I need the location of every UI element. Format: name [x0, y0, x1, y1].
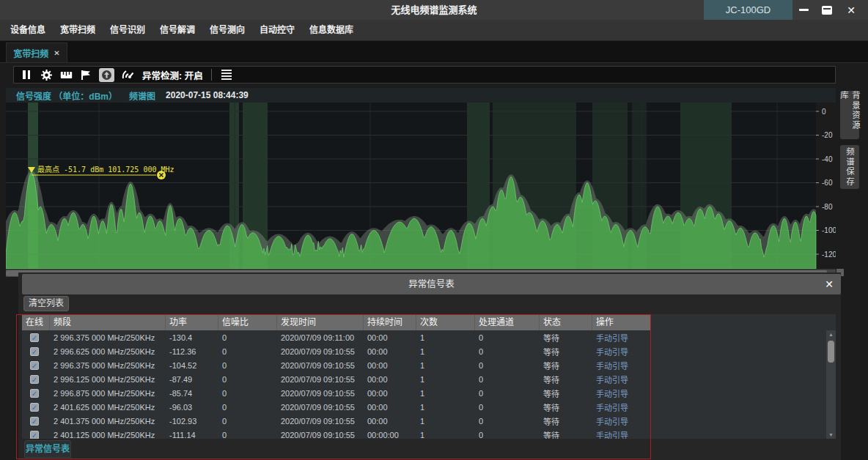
background-library-button[interactable]: 背景资源库: [840, 91, 859, 139]
spectrum-plot[interactable]: 0-20-40-60-80-100-120最高点 -51.7 dBm 101.7…: [6, 103, 836, 269]
cell-online: ✓: [22, 375, 50, 384]
svg-text:0: 0: [822, 108, 826, 116]
cell-online: ✓: [22, 333, 50, 342]
table-row[interactable]: ✓2 996.375 000 MHz/250KHz-130.402020/07/…: [22, 330, 651, 344]
minimize-button[interactable]: [794, 0, 813, 20]
table-vertical-scrollbar[interactable]: ▲ ▼: [826, 330, 836, 439]
menu-item-3[interactable]: 信号解调: [152, 20, 202, 41]
close-icon: ✕: [825, 278, 834, 290]
column-header-7[interactable]: 处理通道: [475, 314, 540, 330]
cell-status: 等待: [540, 346, 592, 357]
flag-button[interactable]: [79, 67, 92, 82]
measure-button[interactable]: [59, 67, 73, 82]
svg-text:-40: -40: [822, 155, 833, 163]
column-header-3[interactable]: 信噪比: [218, 314, 277, 330]
settings-button[interactable]: [40, 67, 53, 82]
panel-close-button[interactable]: ✕: [825, 274, 834, 294]
cell-action[interactable]: 手动引导: [592, 415, 651, 427]
chart-view-label: 频谱图: [129, 89, 155, 102]
column-header-6[interactable]: 次数: [416, 314, 475, 330]
cell-freq: 2 401.625 000 MHz/250KHz: [50, 403, 166, 412]
spectrum-save-button[interactable]: 频谱保存: [840, 145, 859, 189]
menu-item-0[interactable]: 设备信息: [3, 20, 53, 41]
flag-icon: [81, 70, 91, 81]
device-model-button[interactable]: JC-100GD: [704, 0, 792, 20]
cell-action[interactable]: 手动引导: [592, 360, 651, 371]
menu-item-2[interactable]: 信号识别: [103, 20, 152, 41]
column-header-2[interactable]: 功率: [166, 314, 218, 330]
detection-button[interactable]: [121, 67, 134, 82]
table-row[interactable]: ✓2 996.875 000 MHz/250KHz-85.7402020/07/…: [22, 386, 651, 400]
table-row[interactable]: ✓2 401.125 000 MHz/250KHz-111.1402020/07…: [22, 428, 651, 439]
clear-list-button[interactable]: 清空列表: [23, 296, 69, 311]
column-header-8[interactable]: 状态: [540, 314, 592, 330]
column-header-1[interactable]: 频段: [50, 314, 166, 330]
table-row[interactable]: ✓2 996.625 000 MHz/250KHz-112.3602020/07…: [22, 344, 651, 358]
cell-count: 1: [416, 431, 475, 439]
cell-count: 1: [416, 361, 475, 370]
column-header-4[interactable]: 发现时间: [277, 314, 364, 330]
maximize-button[interactable]: [817, 0, 836, 20]
tab-broadband-scan[interactable]: 宽带扫频 ✕: [6, 42, 67, 62]
cell-snr: 0: [218, 431, 277, 439]
menu-item-5[interactable]: 自动控守: [252, 20, 302, 41]
cell-freq: 2 401.375 000 MHz/250KHz: [50, 417, 166, 426]
cell-snr: 0: [218, 417, 277, 426]
row-checkbox[interactable]: ✓: [30, 389, 39, 398]
tab-close-icon[interactable]: ✕: [54, 49, 59, 57]
cell-snr: 0: [218, 375, 277, 384]
table-row[interactable]: ✓2 996.375 000 MHz/250KHz-104.5202020/07…: [22, 358, 651, 372]
cell-found: 2020/07/09 09:10:55: [277, 417, 364, 426]
cell-action[interactable]: 手动引导: [592, 429, 651, 439]
cell-duration: 00:00: [364, 375, 416, 384]
row-checkbox[interactable]: ✓: [30, 361, 39, 370]
panel-header[interactable]: 异常信号表 ✕: [22, 274, 841, 294]
menu-item-1[interactable]: 宽带扫频: [53, 20, 103, 41]
cell-action[interactable]: 手动引导: [592, 374, 651, 385]
menu-item-4[interactable]: 信号测向: [202, 20, 252, 41]
cell-count: 1: [416, 403, 475, 412]
table-row[interactable]: ✓2 401.625 000 MHz/250KHz-96.0302020/07/…: [22, 400, 651, 414]
upload-spectrum-button[interactable]: [99, 68, 114, 82]
cell-snr: 0: [218, 361, 277, 370]
scroll-up-icon[interactable]: ▲: [826, 332, 836, 337]
row-checkbox[interactable]: ✓: [30, 333, 39, 342]
cell-action[interactable]: 手动引导: [592, 387, 651, 399]
scroll-down-icon[interactable]: ▼: [826, 432, 836, 437]
cell-duration: 00:00: [364, 333, 416, 342]
row-checkbox[interactable]: ✓: [30, 431, 39, 439]
cell-found: 2020/07/09 09:10:55: [277, 431, 364, 439]
row-checkbox[interactable]: ✓: [30, 375, 39, 384]
cell-freq: 2 996.375 000 MHz/250KHz: [50, 361, 166, 370]
list-menu-button[interactable]: [220, 67, 233, 82]
column-header-0[interactable]: 在线: [22, 314, 50, 330]
cell-found: 2020/07/09 09:10:55: [277, 375, 364, 384]
cell-status: 等待: [540, 374, 592, 385]
cell-found: 2020/07/09 09:10:55: [277, 347, 364, 356]
column-header-5[interactable]: 持续时间: [364, 314, 416, 330]
pause-button[interactable]: [20, 67, 33, 82]
svg-text:-80: -80: [822, 203, 833, 211]
cell-channel: 0: [475, 431, 540, 439]
cell-power: -96.03: [166, 403, 218, 412]
title-bar: 无线电频谱监测系统 JC-100GD ✕: [0, 0, 868, 20]
table-row[interactable]: ✓2 401.375 000 MHz/250KHz-102.9302020/07…: [22, 414, 651, 428]
cell-action[interactable]: 手动引导: [592, 332, 651, 344]
menu-item-6[interactable]: 信息数据库: [302, 20, 361, 41]
row-checkbox[interactable]: ✓: [30, 417, 39, 426]
row-checkbox[interactable]: ✓: [30, 347, 39, 356]
scrollbar-thumb[interactable]: [828, 341, 834, 363]
cell-status: 等待: [540, 332, 592, 344]
cell-action[interactable]: 手动引导: [592, 346, 651, 357]
cell-online: ✓: [22, 347, 50, 356]
anomaly-table-tab[interactable]: 异常信号表: [24, 440, 71, 458]
table-row[interactable]: ✓2 996.125 000 MHz/250KHz-87.4902020/07/…: [22, 372, 651, 386]
close-button[interactable]: ✕: [842, 0, 861, 20]
column-header-9[interactable]: 操作: [592, 314, 651, 330]
row-checkbox[interactable]: ✓: [30, 403, 39, 412]
svg-text:最高点 -51.7 dBm 101.725 000 MHz: 最高点 -51.7 dBm 101.725 000 MHz: [37, 165, 174, 174]
cell-action[interactable]: 手动引导: [592, 401, 651, 413]
cell-channel: 0: [475, 375, 540, 384]
menu-icon: [221, 70, 232, 80]
cell-found: 2020/07/09 09:10:55: [277, 361, 364, 370]
